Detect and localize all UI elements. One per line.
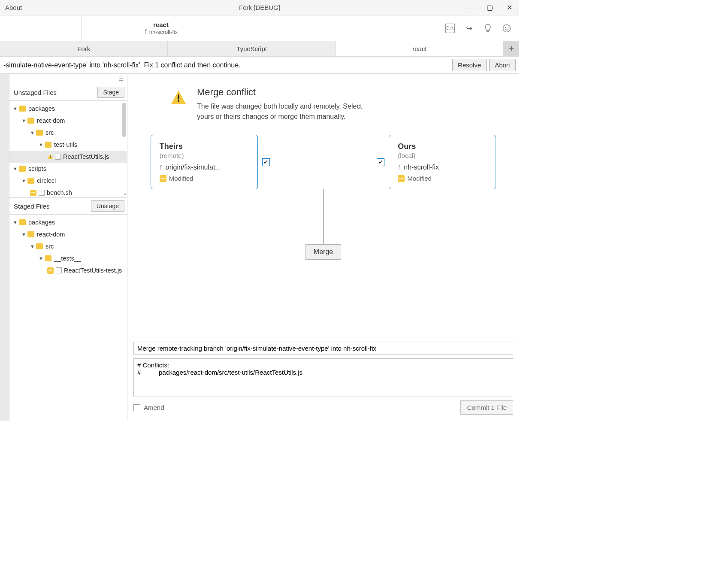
caret-down-icon: ▼: [21, 178, 27, 183]
ours-branch-label: nh-scroll-fix: [404, 164, 439, 171]
theirs-checkbox[interactable]: ✔: [262, 158, 270, 166]
tree-folder[interactable]: ▼packages: [9, 216, 127, 228]
tree-label: react-dom: [37, 117, 65, 124]
svg-rect-6: [50, 158, 50, 158]
merge-junction: [323, 162, 324, 162]
checkbox-icon[interactable]: [133, 404, 140, 411]
conflict-header: Merge conflict The file was changed both…: [170, 87, 511, 122]
svg-point-1: [503, 24, 511, 32]
amend-checkbox[interactable]: Amend: [133, 404, 164, 411]
merge-vertical-line: [323, 189, 324, 245]
theirs-status-label: Modified: [169, 175, 194, 182]
toolbar-icons: C:\ ↪: [445, 15, 519, 41]
merge-line-right: [324, 162, 376, 163]
tab-react[interactable]: react: [336, 41, 504, 56]
tree-file[interactable]: •••bench.sh: [9, 187, 127, 197]
staged-title: Staged Files: [14, 203, 49, 210]
tree-folder[interactable]: ▼circleci: [9, 175, 127, 187]
ours-status-label: Modified: [407, 175, 432, 182]
redo-icon[interactable]: ↪: [464, 24, 474, 33]
caret-down-icon: ▼: [21, 232, 27, 237]
tree-label: test-utils: [54, 141, 77, 148]
file-icon: [56, 267, 62, 273]
caret-down-icon: ▼: [21, 118, 27, 123]
branch-icon: ᚶ: [398, 164, 401, 171]
add-tab-button[interactable]: +: [504, 41, 519, 56]
theirs-branch: ᚶ origin/fix-simulat...: [160, 164, 249, 171]
unstage-button[interactable]: Unstage: [91, 200, 124, 212]
theirs-status: ••• Modified: [160, 175, 249, 182]
folder-icon: [27, 118, 34, 124]
conflict-paragraph: The file was changed both locally and re…: [197, 101, 377, 122]
conflict-area: Merge conflict The file was changed both…: [127, 74, 519, 337]
unstaged-tree[interactable]: ▼packages▼react-dom▼src▼test-utilsReactT…: [9, 101, 127, 197]
minimize-button[interactable]: —: [460, 0, 480, 15]
repo-tabs-row: Fork TypeScript react +: [0, 41, 519, 57]
folder-icon: [45, 142, 51, 148]
stage-button[interactable]: Stage: [97, 87, 124, 98]
staged-tree[interactable]: ▼packages▼react-dom▼src▼__tests__•••Reac…: [9, 215, 127, 421]
folder-icon: [36, 130, 43, 136]
tree-folder[interactable]: ▼react-dom: [9, 228, 127, 240]
folder-icon: [19, 219, 26, 225]
branch-icon: ᚶ: [160, 164, 163, 171]
merge-button[interactable]: Merge: [306, 244, 341, 260]
commit-button[interactable]: Commit 1 File: [460, 400, 513, 415]
theirs-card[interactable]: Theirs (remote) ᚶ origin/fix-simulat... …: [151, 135, 258, 189]
modified-icon: •••: [47, 267, 54, 274]
svg-point-3: [508, 27, 508, 28]
tree-label: ReactTestUtils-test.js: [64, 267, 122, 274]
feedback-icon[interactable]: [502, 24, 511, 33]
scroll-down-icon[interactable]: ▾: [124, 192, 126, 197]
tree-folder[interactable]: ▼scripts: [9, 163, 127, 175]
terminal-icon[interactable]: C:\: [445, 24, 455, 33]
abort-button[interactable]: Abort: [489, 59, 516, 71]
filter-bar[interactable]: ☰: [9, 74, 127, 84]
window-controls: — ▢ ✕: [460, 0, 519, 15]
modified-icon: •••: [30, 190, 36, 196]
svg-point-2: [505, 27, 506, 28]
theirs-sub: (remote): [160, 152, 249, 159]
tree-folder[interactable]: ▼src: [9, 240, 127, 252]
tree-label: react-dom: [37, 231, 65, 238]
window-title: Fork [DEBUG]: [239, 4, 280, 11]
right-panel: Merge conflict The file was changed both…: [127, 74, 519, 421]
ours-title: Ours: [398, 142, 487, 151]
svg-rect-8: [178, 94, 179, 99]
tree-folder[interactable]: ▼react-dom: [9, 115, 127, 127]
tree-folder[interactable]: ▼test-utils: [9, 139, 127, 151]
commit-body-input[interactable]: [133, 358, 513, 397]
current-branch: ᚶ nh-scroll-fix: [144, 28, 178, 35]
tree-folder[interactable]: ▼src: [9, 127, 127, 139]
caret-down-icon: ▼: [13, 166, 19, 171]
resolve-button[interactable]: Resolve: [452, 59, 487, 71]
tree-folder[interactable]: ▼__tests__: [9, 252, 127, 264]
repo-tab[interactable]: react ᚶ nh-scroll-fix: [82, 15, 240, 41]
tab-fork[interactable]: Fork: [0, 41, 168, 56]
tab-typescript[interactable]: TypeScript: [168, 41, 336, 56]
scrollbar-thumb[interactable]: [122, 103, 126, 137]
file-icon: [39, 190, 45, 196]
bulb-icon[interactable]: [483, 24, 493, 33]
ours-checkbox[interactable]: ✔: [377, 158, 384, 166]
commit-area: Amend Commit 1 File: [127, 337, 519, 421]
tree-file[interactable]: •••ReactTestUtils-test.js: [9, 264, 127, 276]
close-button[interactable]: ✕: [499, 0, 519, 15]
staged-header: Staged Files Unstage: [9, 197, 127, 215]
tree-file[interactable]: ReactTestUtils.js: [9, 151, 127, 163]
about-menu[interactable]: About: [0, 4, 27, 11]
banner-text: -simulate-native-event-type' into 'nh-sc…: [3, 61, 241, 69]
commit-subject-input[interactable]: [133, 342, 513, 355]
tree-folder[interactable]: ▼packages: [9, 103, 127, 115]
amend-label: Amend: [144, 404, 164, 411]
svg-rect-5: [50, 156, 50, 158]
ours-status: ••• Modified: [398, 175, 487, 182]
caret-down-icon: ▼: [13, 106, 19, 111]
folder-icon: [45, 255, 51, 261]
modified-icon: •••: [160, 175, 166, 182]
titlebar: About Fork [DEBUG] — ▢ ✕: [0, 0, 519, 15]
conflict-text: Merge conflict The file was changed both…: [197, 87, 377, 122]
ours-sub: (local): [398, 152, 487, 159]
maximize-button[interactable]: ▢: [480, 0, 499, 15]
ours-card[interactable]: Ours (local) ᚶ nh-scroll-fix ••• Modifie…: [389, 135, 496, 189]
